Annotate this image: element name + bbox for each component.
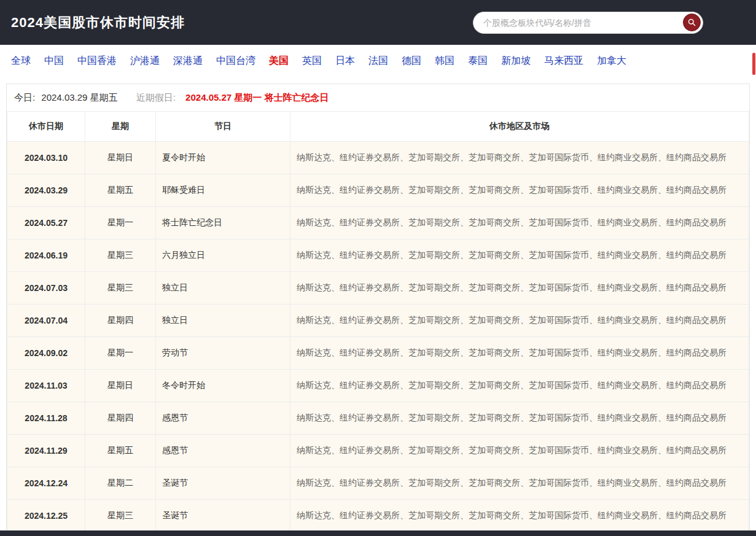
cell-date: 2024.07.03 (7, 272, 85, 305)
cell-date: 2024.09.02 (7, 337, 85, 370)
nav-item-12[interactable]: 泰国 (468, 55, 488, 68)
cell-holiday: 夏令时开始 (156, 142, 290, 174)
cell-markets: 纳斯达克、纽约证券交易所、芝加哥期交所、芝加哥商交所、芝加哥国际货币、纽约商业交… (290, 467, 749, 500)
cell-markets: 纳斯达克、纽约证券交易所、芝加哥期交所、芝加哥商交所、芝加哥国际货币、纽约商业交… (290, 435, 749, 467)
nav-item-4[interactable]: 深港通 (173, 55, 203, 68)
cell-weekday: 星期五 (85, 174, 156, 207)
nav-item-6[interactable]: 美国 (269, 55, 289, 68)
cell-date: 2024.11.28 (7, 402, 85, 435)
nav-item-15[interactable]: 加拿大 (597, 55, 626, 68)
holiday-table: 休市日期 星期 节日 休市地区及市场 2024.03.10星期日夏令时开始纳斯达… (7, 111, 749, 532)
cell-weekday: 星期三 (85, 500, 156, 532)
search-input[interactable] (473, 12, 676, 33)
cell-markets: 纳斯达克、纽约证券交易所、芝加哥期交所、芝加哥商交所、芝加哥国际货币、纽约商业交… (290, 402, 749, 435)
content-card: 今日: 2024.03.29 星期五 近期假日: 2024.05.27 星期一 … (6, 84, 750, 533)
page-title: 2024美国股市休市时间安排 (11, 14, 185, 32)
recent-holiday-label: 近期假日: (136, 92, 176, 103)
column-header-date: 休市日期 (7, 112, 85, 142)
table-row: 2024.11.03星期日冬令时开始纳斯达克、纽约证券交易所、芝加哥期交所、芝加… (7, 370, 749, 402)
nav-item-7[interactable]: 英国 (302, 55, 322, 68)
cell-markets: 纳斯达克、纽约证券交易所、芝加哥期交所、芝加哥商交所、芝加哥国际货币、纽约商业交… (290, 337, 749, 370)
cell-weekday: 星期四 (85, 305, 156, 337)
cell-markets: 纳斯达克、纽约证券交易所、芝加哥期交所、芝加哥商交所、芝加哥国际货币、纽约商业交… (290, 305, 749, 337)
search-button[interactable] (683, 14, 701, 31)
column-header-weekday: 星期 (85, 112, 156, 142)
cell-date: 2024.05.27 (7, 207, 85, 239)
holiday-table-body: 2024.03.10星期日夏令时开始纳斯达克、纽约证券交易所、芝加哥期交所、芝加… (7, 142, 749, 532)
cell-date: 2024.06.19 (7, 239, 85, 272)
cell-holiday: 劳动节 (156, 337, 290, 370)
cell-date: 2024.11.29 (7, 435, 85, 467)
column-header-markets: 休市地区及市场 (290, 112, 749, 142)
cell-date: 2024.03.29 (7, 174, 85, 207)
column-header-holiday: 节日 (156, 112, 290, 142)
nav-item-11[interactable]: 韩国 (435, 55, 454, 68)
nav-item-8[interactable]: 日本 (335, 55, 355, 68)
cell-date: 2024.07.04 (7, 305, 85, 337)
nav-item-5[interactable]: 中国台湾 (216, 55, 255, 68)
cell-date: 2024.11.03 (7, 370, 85, 402)
page-root: 2024美国股市休市时间安排 全球中国中国香港沪港通深港通中国台湾美国英国日本法… (0, 0, 756, 533)
table-row: 2024.07.03星期三独立日纳斯达克、纽约证券交易所、芝加哥期交所、芝加哥商… (7, 272, 749, 305)
nav-item-13[interactable]: 新加坡 (501, 55, 531, 68)
cell-holiday: 感恩节 (156, 402, 290, 435)
table-row: 2024.11.29星期五感恩节纳斯达克、纽约证券交易所、芝加哥期交所、芝加哥商… (7, 435, 749, 467)
today-label: 今日: (14, 92, 35, 103)
cell-holiday: 圣诞节 (156, 467, 290, 500)
cell-date: 2024.12.25 (7, 500, 85, 532)
cell-markets: 纳斯达克、纽约证券交易所、芝加哥期交所、芝加哥商交所、芝加哥国际货币、纽约商业交… (290, 500, 749, 532)
table-row: 2024.12.24星期二圣诞节纳斯达克、纽约证券交易所、芝加哥期交所、芝加哥商… (7, 467, 749, 500)
table-header-row: 休市日期 星期 节日 休市地区及市场 (7, 112, 749, 142)
nav-item-1[interactable]: 中国 (44, 55, 64, 68)
cell-weekday: 星期一 (85, 337, 156, 370)
nav-item-2[interactable]: 中国香港 (77, 55, 117, 68)
table-row: 2024.03.29星期五耶稣受难日纳斯达克、纽约证券交易所、芝加哥期交所、芝加… (7, 174, 749, 207)
market-nav: 全球中国中国香港沪港通深港通中国台湾美国英国日本法国德国韩国泰国新加坡马来西亚加… (0, 45, 756, 76)
scrollbar-thumb[interactable] (752, 53, 755, 75)
cell-markets: 纳斯达克、纽约证券交易所、芝加哥期交所、芝加哥商交所、芝加哥国际货币、纽约商业交… (290, 142, 749, 174)
footer-bar (0, 530, 756, 536)
table-row: 2024.07.04星期四独立日纳斯达克、纽约证券交易所、芝加哥期交所、芝加哥商… (7, 305, 749, 337)
cell-holiday: 圣诞节 (156, 500, 290, 532)
search-box (473, 12, 703, 34)
cell-date: 2024.12.24 (7, 467, 85, 500)
top-header: 2024美国股市休市时间安排 (0, 0, 756, 45)
cell-weekday: 星期四 (85, 402, 156, 435)
table-row: 2024.09.02星期一劳动节纳斯达克、纽约证券交易所、芝加哥期交所、芝加哥商… (7, 337, 749, 370)
cell-weekday: 星期日 (85, 370, 156, 402)
table-row: 2024.05.27星期一将士阵亡纪念日纳斯达克、纽约证券交易所、芝加哥期交所、… (7, 207, 749, 239)
table-row: 2024.11.28星期四感恩节纳斯达克、纽约证券交易所、芝加哥期交所、芝加哥商… (7, 402, 749, 435)
magnifier-icon (687, 18, 696, 27)
cell-holiday: 冬令时开始 (156, 370, 290, 402)
cell-holiday: 六月独立日 (156, 239, 290, 272)
cell-holiday: 感恩节 (156, 435, 290, 467)
cell-weekday: 星期三 (85, 239, 156, 272)
cell-markets: 纳斯达克、纽约证券交易所、芝加哥期交所、芝加哥商交所、芝加哥国际货币、纽约商业交… (290, 370, 749, 402)
table-row: 2024.06.19星期三六月独立日纳斯达克、纽约证券交易所、芝加哥期交所、芝加… (7, 239, 749, 272)
cell-weekday: 星期二 (85, 467, 156, 500)
cell-holiday: 独立日 (156, 272, 290, 305)
cell-markets: 纳斯达克、纽约证券交易所、芝加哥期交所、芝加哥商交所、芝加哥国际货币、纽约商业交… (290, 174, 749, 207)
nav-item-14[interactable]: 马来西亚 (544, 55, 583, 68)
cell-markets: 纳斯达克、纽约证券交易所、芝加哥期交所、芝加哥商交所、芝加哥国际货币、纽约商业交… (290, 272, 749, 305)
cell-weekday: 星期五 (85, 435, 156, 467)
today-value: 2024.03.29 星期五 (41, 92, 117, 103)
nav-item-9[interactable]: 法国 (368, 55, 388, 68)
cell-holiday: 将士阵亡纪念日 (156, 207, 290, 239)
cell-weekday: 星期三 (85, 272, 156, 305)
cell-weekday: 星期一 (85, 207, 156, 239)
table-row: 2024.12.25星期三圣诞节纳斯达克、纽约证券交易所、芝加哥期交所、芝加哥商… (7, 500, 749, 532)
nav-item-0[interactable]: 全球 (11, 55, 31, 68)
cell-markets: 纳斯达克、纽约证券交易所、芝加哥期交所、芝加哥商交所、芝加哥国际货币、纽约商业交… (290, 207, 749, 239)
cell-holiday: 独立日 (156, 305, 290, 337)
table-row: 2024.03.10星期日夏令时开始纳斯达克、纽约证券交易所、芝加哥期交所、芝加… (7, 142, 749, 174)
cell-markets: 纳斯达克、纽约证券交易所、芝加哥期交所、芝加哥商交所、芝加哥国际货币、纽约商业交… (290, 239, 749, 272)
nav-item-3[interactable]: 沪港通 (130, 55, 160, 68)
cell-weekday: 星期日 (85, 142, 156, 174)
nav-item-10[interactable]: 德国 (402, 55, 421, 68)
cell-holiday: 耶稣受难日 (156, 174, 290, 207)
cell-date: 2024.03.10 (7, 142, 85, 174)
recent-holiday-value: 2024.05.27 星期一 将士阵亡纪念日 (185, 92, 329, 103)
info-bar: 今日: 2024.03.29 星期五 近期假日: 2024.05.27 星期一 … (7, 84, 749, 111)
